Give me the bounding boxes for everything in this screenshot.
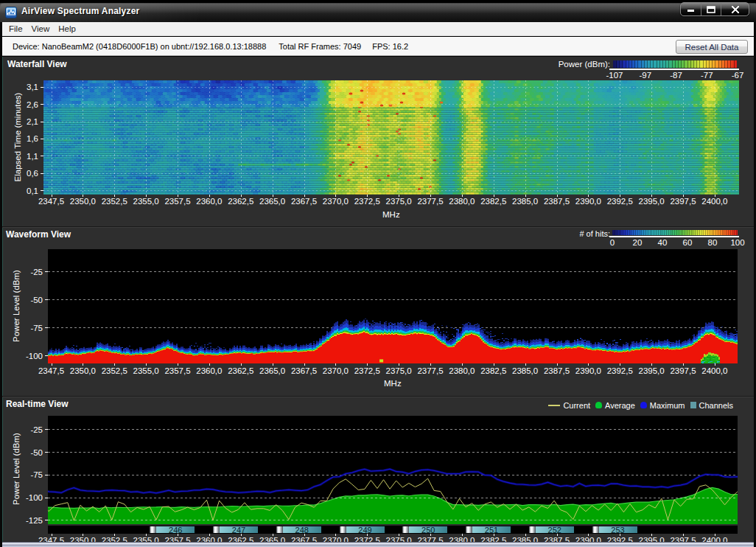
x-tickmark xyxy=(620,363,620,366)
channel-number: 249 xyxy=(346,526,385,533)
channel-number: 247 xyxy=(220,526,258,533)
hits-colorbar-axis xyxy=(609,236,739,237)
menu-view[interactable]: View xyxy=(27,23,55,35)
x-tick-label: 2382,5 xyxy=(480,366,506,375)
channel-block-246[interactable]: 246 xyxy=(150,526,195,533)
channel-block-247[interactable]: 247 xyxy=(213,526,258,533)
channel-bevel xyxy=(592,526,599,533)
legend-label: Channels xyxy=(699,401,733,410)
realtime-chart[interactable] xyxy=(48,416,738,524)
x-tick-label: 2395,0 xyxy=(639,197,665,206)
x-tick-label: 2392,5 xyxy=(607,197,633,206)
close-icon xyxy=(731,5,740,13)
colorbar-tick-label: -97 xyxy=(639,71,651,80)
realtime-panel-title: Real-time View xyxy=(6,399,68,409)
x-tick-label: 2375,0 xyxy=(386,197,412,206)
colorbar-tick-label: 20 xyxy=(633,238,643,247)
colorbar-tick-label: -77 xyxy=(701,71,713,80)
x-tick-label: 2365,0 xyxy=(259,197,285,206)
channel-bevel xyxy=(402,526,409,533)
waveform-chart[interactable] xyxy=(48,249,738,363)
power-colorbar-label: Power (dBm): xyxy=(559,60,610,69)
x-tick-label: 2360,0 xyxy=(196,366,222,375)
x-tick-label: 2372,5 xyxy=(354,197,380,206)
y-tick-label: -50 xyxy=(30,296,43,304)
x-tickmark xyxy=(114,363,115,366)
x-tick-label: 2355,0 xyxy=(133,366,159,375)
x-tick-label: 2392,5 xyxy=(607,366,633,375)
app-icon xyxy=(5,7,17,18)
channel-number: 251 xyxy=(472,526,511,533)
x-tick-label: 2385,0 xyxy=(512,366,538,375)
x-tickmark xyxy=(557,363,558,366)
y-tick-label: 3,1 xyxy=(27,83,38,91)
x-tick-label: 2377,5 xyxy=(417,366,443,375)
x-tickmark xyxy=(367,363,368,366)
channel-block-253[interactable]: 253 xyxy=(592,526,637,533)
x-tick-label: 2390,0 xyxy=(575,197,601,206)
channel-bevel xyxy=(466,526,472,533)
legend-maximum-icon xyxy=(640,402,647,408)
x-tick-label: 2385,0 xyxy=(512,197,538,206)
x-tick-label: 2387,5 xyxy=(544,197,570,206)
y-tickmark xyxy=(41,156,43,156)
y-tick-label: -100 xyxy=(26,493,43,502)
x-tickmark xyxy=(178,363,178,366)
x-tickmark xyxy=(399,363,399,366)
x-tickmark xyxy=(588,363,589,366)
x-tick-label: 2380,0 xyxy=(449,366,475,375)
y-tick-label: 1,6 xyxy=(27,134,38,143)
x-tick-label: 2395,0 xyxy=(639,366,665,375)
y-tick-label: -50 xyxy=(30,448,43,457)
legend-item-channels: Channels xyxy=(690,401,733,410)
colorbar-tick-label: 0 xyxy=(610,238,615,247)
channel-bevel xyxy=(150,526,156,533)
waveform-xlabel: MHz xyxy=(384,379,402,388)
window-resize-strip[interactable] xyxy=(2,542,754,547)
legend-channels-icon xyxy=(690,402,696,408)
x-tick-label: 2367,5 xyxy=(291,366,317,375)
colorbar-tick-label: -87 xyxy=(670,71,682,80)
realtime-ylabel: Power Level (dBm) xyxy=(12,423,21,515)
legend-item-average: Average xyxy=(595,401,635,410)
fps-label: FPS: 16.2 xyxy=(372,42,408,51)
rf-frames-label: Total RF Frames: 7049 xyxy=(279,42,361,51)
y-tickmark xyxy=(41,190,43,191)
menu-bar: File View Help xyxy=(2,22,754,36)
menu-file[interactable]: File xyxy=(4,23,27,35)
y-tickmark xyxy=(45,475,48,475)
channel-block-251[interactable]: 251 xyxy=(466,526,511,533)
y-tickmark xyxy=(45,355,48,356)
close-button[interactable] xyxy=(721,3,749,15)
x-tickmark xyxy=(462,363,463,366)
y-tickmark xyxy=(45,520,48,520)
channel-block-252[interactable]: 252 xyxy=(529,526,574,533)
maximize-button[interactable] xyxy=(701,3,721,15)
channel-number: 253 xyxy=(599,526,637,533)
channel-block-249[interactable]: 249 xyxy=(340,526,385,533)
power-colorbar xyxy=(613,60,737,68)
y-tickmark xyxy=(45,452,48,453)
waterfall-heatmap[interactable] xyxy=(43,80,739,195)
x-tick-label: 2352,5 xyxy=(102,197,127,206)
reset-all-data-button[interactable]: Reset All Data xyxy=(676,40,748,54)
y-tick-label: -75 xyxy=(30,470,43,479)
minimize-button[interactable] xyxy=(681,3,701,15)
channel-number: 246 xyxy=(156,526,195,533)
colorbar-tick-label: 40 xyxy=(658,238,668,247)
hits-colorbar-label: # of hits: xyxy=(579,229,610,238)
channels-bar: 246247248249250251252253 xyxy=(48,526,738,534)
waveform-panel-title: Waveform View xyxy=(6,229,71,240)
menu-help[interactable]: Help xyxy=(54,23,80,35)
x-tick-label: 2400,0 xyxy=(701,197,727,206)
waterfall-ylabel: Elapsed Time (minutes) xyxy=(13,88,22,186)
x-tick-label: 2350,0 xyxy=(70,366,96,375)
waterfall-xlabel: MHz xyxy=(382,210,400,219)
channel-block-248[interactable]: 248 xyxy=(276,526,321,533)
y-tick-label: 0,1 xyxy=(27,187,38,195)
channel-block-250[interactable]: 250 xyxy=(402,526,447,533)
colorbar-tick-label: 80 xyxy=(708,238,718,247)
y-tick-label: 2,6 xyxy=(27,100,38,109)
x-tick-label: 2362,5 xyxy=(228,366,253,375)
colorbar-tick-label: -67 xyxy=(732,71,744,80)
